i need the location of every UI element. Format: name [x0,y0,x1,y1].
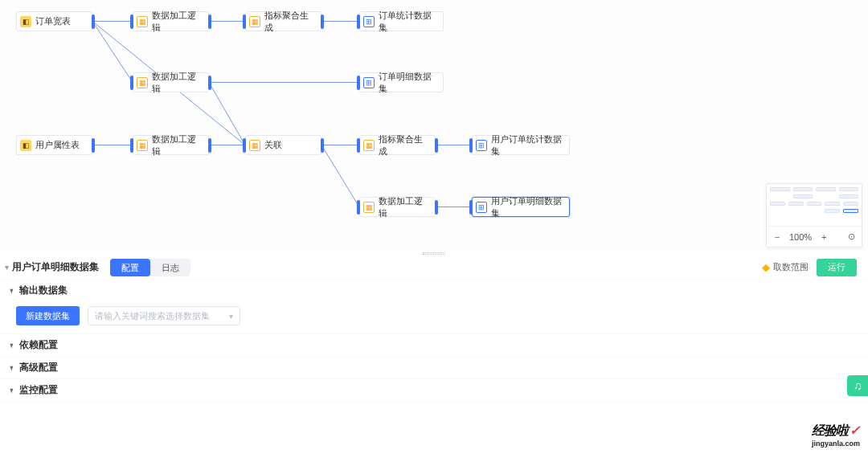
node-label: 用户属性表 [35,139,80,151]
process-icon: ▦ [137,77,148,88]
port-in[interactable] [243,138,246,153]
port-out[interactable] [435,200,438,215]
port-out[interactable] [92,14,95,29]
port-out[interactable] [208,76,211,90]
fetch-scope-button[interactable]: ◆ 取数范围 [762,261,809,273]
node-label: 数据加工逻辑 [152,71,202,95]
flow-node-n7[interactable]: ◧用户属性表 [16,135,92,155]
section-dependency-head[interactable]: ▼ 依赖配置 [0,334,868,356]
port-in[interactable] [130,14,133,29]
flow-node-n1[interactable]: ◧订单宽表 [16,11,92,31]
port-in[interactable] [243,14,246,29]
flow-node-n2[interactable]: ▦数据加工逻辑 [133,11,209,31]
node-label: 关联 [264,139,282,151]
minimap[interactable]: − 100% + ⊙ [766,183,862,247]
run-button[interactable]: 运行 [817,259,857,276]
caret-down-icon: ▼ [9,387,14,395]
section-advanced: ▼ 高级配置 [0,357,868,379]
node-label: 数据加工逻辑 [379,195,428,219]
flow-node-n13[interactable]: ⊞用户订单明细数据集 [472,197,570,217]
port-out[interactable] [321,138,324,153]
dataset-icon: ⊞ [363,16,375,27]
section-monitor-head[interactable]: ▼ 监控配置 [0,379,868,401]
process-icon: ▦ [363,140,375,151]
zoom-out-button[interactable]: − [772,232,783,242]
zoom-level: 100% [789,232,812,242]
port-in[interactable] [357,14,360,29]
port-out[interactable] [208,138,211,153]
flow-node-n12[interactable]: ▦数据加工逻辑 [359,197,436,217]
section-dependency: ▼ 依赖配置 [0,334,868,357]
process-icon: ▦ [249,140,260,151]
caret-down-icon: ▼ [9,287,14,295]
tab-config[interactable]: 配置 [110,259,150,276]
caret-down-icon: ▼ [9,364,14,372]
node-label: 指标聚合生成 [264,10,314,34]
panel-header: ▾ 用户订单明细数据集 配置 日志 ◆ 取数范围 运行 [0,256,868,280]
port-in[interactable] [357,138,360,153]
port-in[interactable] [469,200,473,215]
node-label: 数据加工逻辑 [152,133,202,157]
collapse-panel-icon[interactable]: ▾ [5,263,9,272]
flow-node-n10[interactable]: ▦指标聚合生成 [359,135,436,155]
dataset-icon: ⊞ [363,77,375,88]
flow-node-n3[interactable]: ▦指标聚合生成 [245,11,321,31]
flow-canvas[interactable]: ◧订单宽表▦数据加工逻辑▦指标聚合生成⊞订单统计数据集▦数据加工逻辑⊞订单明细数… [0,0,868,251]
process-icon: ▦ [249,16,260,27]
panel-tabs: 配置 日志 [110,259,190,276]
node-label: 订单统计数据集 [379,10,436,34]
port-out[interactable] [435,138,438,153]
flow-node-n8[interactable]: ▦数据加工逻辑 [133,135,209,155]
port-out[interactable] [321,14,324,29]
watermark: 经验啦✓ jingyanla.com [812,423,860,448]
bulb-icon: ◆ [762,261,770,273]
dataset-icon: ⊞ [476,202,487,213]
svg-line-8 [209,83,245,145]
detail-panel: ▾ 用户订单明细数据集 配置 日志 ◆ 取数范围 运行 ▼ 输出数据集 新建数据… [0,256,868,454]
node-label: 订单宽表 [35,15,71,27]
panel-title: 用户订单明细数据集 [12,260,99,274]
port-in[interactable] [357,200,360,215]
tab-log[interactable]: 日志 [150,259,190,276]
caret-down-icon: ▼ [9,342,14,350]
table-icon: ◧ [20,16,31,27]
port-out[interactable] [208,14,211,29]
port-in[interactable] [130,138,133,153]
process-icon: ▦ [363,202,375,213]
port-in[interactable] [469,138,473,153]
svg-line-11 [321,145,359,207]
minimap-preview [767,184,862,226]
help-button[interactable]: ♫ [847,375,868,396]
process-icon: ▦ [137,16,148,27]
port-in[interactable] [130,76,133,90]
section-output-head[interactable]: ▼ 输出数据集 [0,280,868,301]
section-monitor: ▼ 监控配置 [0,379,868,402]
node-label: 用户订单统计数据集 [491,133,563,157]
chevron-down-icon: ▾ [229,312,233,321]
section-advanced-head[interactable]: ▼ 高级配置 [0,357,868,378]
dataset-select[interactable]: 请输入关键词搜索选择数据集 ▾ [88,306,240,325]
flow-node-n11[interactable]: ⊞用户订单统计数据集 [472,135,570,155]
flow-node-n5[interactable]: ▦数据加工逻辑 [133,72,209,92]
headset-icon: ♫ [854,379,862,392]
svg-line-3 [92,22,133,83]
node-label: 订单明细数据集 [379,71,436,95]
port-in[interactable] [357,76,360,90]
zoom-fit-button[interactable]: ⊙ [845,231,857,242]
dataset-icon: ⊞ [476,140,487,151]
process-icon: ▦ [137,140,148,151]
table-icon: ◧ [20,140,31,151]
flow-node-n6[interactable]: ⊞订单明细数据集 [359,72,444,92]
zoom-in-button[interactable]: + [818,232,829,242]
node-label: 数据加工逻辑 [152,10,202,34]
section-output: ▼ 输出数据集 新建数据集 请输入关键词搜索选择数据集 ▾ [0,280,868,334]
new-dataset-button[interactable]: 新建数据集 [16,306,80,325]
flow-node-n9[interactable]: ▦关联 [245,135,321,155]
flow-node-n4[interactable]: ⊞订单统计数据集 [359,11,444,31]
port-out[interactable] [92,138,95,153]
node-label: 指标聚合生成 [379,133,428,157]
node-label: 用户订单明细数据集 [491,195,563,219]
